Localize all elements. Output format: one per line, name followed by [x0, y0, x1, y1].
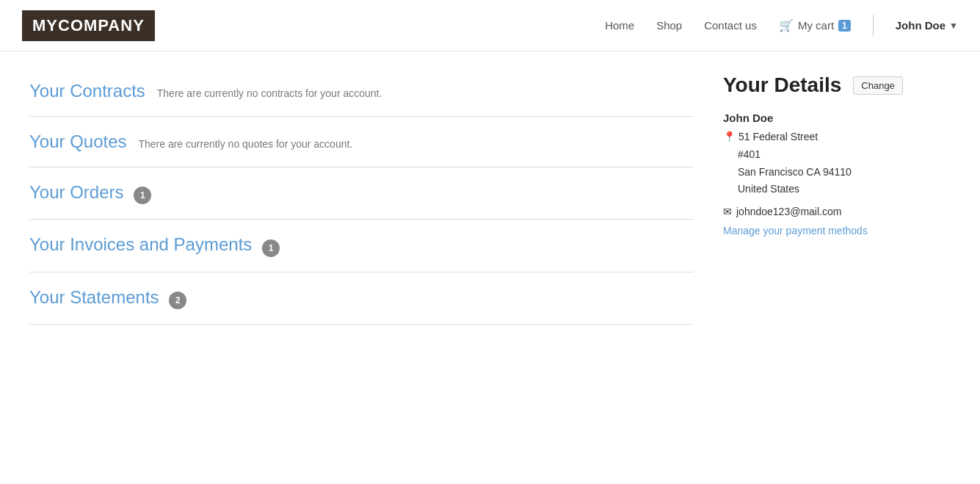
address-line3: San Francisco CA 94110	[723, 164, 951, 181]
statements-title[interactable]: Your Statements	[29, 287, 159, 307]
main-container: Your Contracts There are currently no co…	[0, 51, 980, 347]
location-icon: 📍	[723, 129, 736, 146]
details-title: Your Details	[723, 73, 841, 97]
orders-section: Your Orders 1	[29, 167, 694, 220]
site-logo[interactable]: MYCOMPANY	[22, 10, 155, 41]
contracts-title[interactable]: Your Contracts	[29, 81, 145, 101]
cart-link[interactable]: 🛒 My cart 1	[779, 18, 851, 32]
address-suite: #401	[738, 148, 761, 160]
dropdown-arrow-icon: ▼	[949, 21, 958, 31]
details-header: Your Details Change	[723, 73, 951, 97]
quotes-title[interactable]: Your Quotes	[29, 131, 127, 151]
contact-link[interactable]: Contact us	[704, 19, 757, 32]
user-dropdown[interactable]: John Doe ▼	[896, 19, 958, 32]
cart-icon: 🛒	[779, 18, 794, 32]
orders-title[interactable]: Your Orders	[29, 182, 124, 202]
cart-badge: 1	[838, 20, 851, 32]
user-name: John Doe	[896, 19, 945, 32]
address-line4: United States	[723, 181, 951, 198]
change-button[interactable]: Change	[853, 76, 903, 95]
email-icon: ✉	[723, 206, 732, 217]
address-line1: 📍 51 Federal Street	[723, 129, 951, 146]
address-country: United States	[738, 183, 799, 195]
contracts-section: Your Contracts There are currently no co…	[29, 73, 694, 117]
quotes-desc: There are currently no quotes for your a…	[138, 138, 352, 150]
invoices-section: Your Invoices and Payments 1	[29, 220, 694, 272]
payment-methods-link[interactable]: Manage your payment methods	[723, 225, 868, 236]
logo-my: MY	[32, 16, 58, 35]
home-link[interactable]: Home	[605, 19, 634, 32]
contracts-desc: There are currently no contracts for you…	[157, 87, 382, 99]
details-address: 📍 51 Federal Street #401 San Francisco C…	[723, 129, 951, 198]
email-address: johndoe123@mail.com	[736, 206, 841, 217]
invoices-title[interactable]: Your Invoices and Payments	[29, 234, 252, 254]
address-street: 51 Federal Street	[738, 129, 818, 146]
statements-badge: 2	[169, 292, 186, 309]
orders-badge: 1	[134, 187, 151, 204]
statements-section: Your Statements 2	[29, 272, 694, 325]
left-section: Your Contracts There are currently no co…	[29, 73, 694, 325]
details-name: John Doe	[723, 112, 951, 124]
navbar-right: Home Shop Contact us 🛒 My cart 1 John Do…	[605, 15, 958, 37]
logo-company: COMPANY	[58, 16, 145, 35]
cart-label: My cart	[798, 19, 834, 32]
address-line2: #401	[723, 146, 951, 164]
quotes-section: Your Quotes There are currently no quote…	[29, 117, 694, 167]
details-email: ✉ johndoe123@mail.com	[723, 206, 951, 217]
shop-link[interactable]: Shop	[656, 19, 682, 32]
navbar: MYCOMPANY Home Shop Contact us 🛒 My cart…	[0, 0, 980, 51]
right-section: Your Details Change John Doe 📍 51 Federa…	[723, 73, 951, 325]
nav-divider	[873, 15, 874, 37]
address-city: San Francisco CA 94110	[738, 166, 852, 178]
invoices-badge: 1	[262, 239, 280, 257]
